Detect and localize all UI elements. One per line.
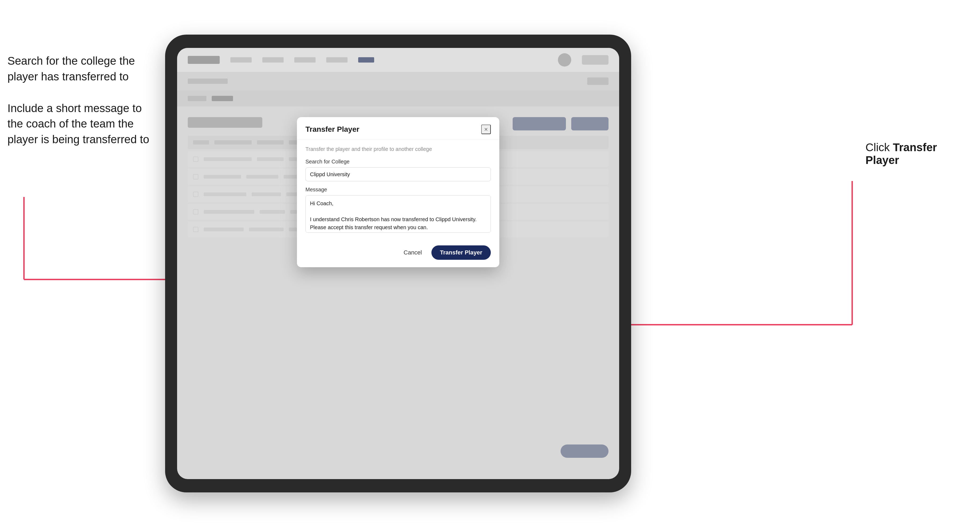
modal-footer: Cancel Transfer Player	[297, 240, 499, 267]
search-college-label: Search for College	[305, 159, 491, 165]
search-college-input[interactable]	[305, 167, 491, 181]
transfer-player-button[interactable]: Transfer Player	[431, 245, 491, 260]
modal-title: Transfer Player	[305, 125, 359, 133]
annotation-click-prefix: Click	[865, 141, 893, 154]
annotation-search-text: Search for the college the player has tr…	[8, 53, 151, 85]
left-annotations: Search for the college the player has tr…	[8, 53, 151, 163]
modal-header: Transfer Player ×	[297, 117, 499, 140]
modal-body: Transfer the player and their profile to…	[297, 140, 499, 240]
close-icon: ×	[484, 125, 488, 133]
message-textarea[interactable]: Hi Coach, I understand Chris Robertson h…	[305, 195, 491, 233]
message-label: Message	[305, 187, 491, 193]
ipad-screen: Transfer Player × Transfer the player an…	[177, 48, 619, 479]
cancel-button[interactable]: Cancel	[399, 246, 426, 259]
modal-close-button[interactable]: ×	[481, 125, 491, 134]
annotation-click-text: Click Transfer Player	[865, 141, 972, 167]
ipad-frame: Transfer Player × Transfer the player an…	[165, 35, 631, 492]
modal-overlay: Transfer Player × Transfer the player an…	[177, 48, 619, 479]
modal-description: Transfer the player and their profile to…	[305, 146, 491, 152]
transfer-player-modal: Transfer Player × Transfer the player an…	[297, 117, 499, 267]
annotation-message-text: Include a short message to the coach of …	[8, 101, 151, 148]
right-annotation: Click Transfer Player	[865, 141, 972, 167]
